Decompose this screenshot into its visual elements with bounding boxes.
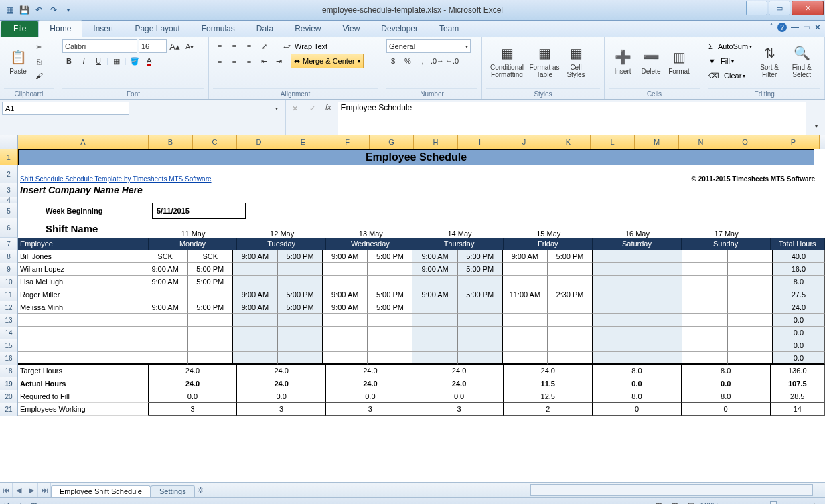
schedule-cell[interactable]: 11:00 AM [503,288,548,301]
schedule-cell[interactable] [593,276,638,288]
schedule-cell[interactable] [638,301,682,314]
schedule-cell[interactable] [368,276,412,288]
find-select-button[interactable]: 🔍Find & Select [787,39,816,83]
schedule-cell[interactable] [548,327,593,339]
schedule-cell[interactable] [368,339,412,352]
comma-format-icon[interactable]: , [416,54,429,68]
schedule-cell[interactable] [548,352,593,365]
schedule-cell[interactable]: 9:00 AM [143,276,188,288]
column-header[interactable]: B [149,135,193,149]
column-header[interactable]: A [18,135,149,149]
schedule-cell[interactable] [682,276,727,288]
schedule-cell[interactable] [368,327,412,339]
schedule-cell[interactable]: 9:00 AM [412,288,457,301]
total-hours-cell[interactable]: 0.0 [773,327,825,339]
day-header-cell[interactable]: Saturday [593,238,682,250]
schedule-cell[interactable] [593,301,638,314]
cut-icon[interactable]: ✂ [32,41,46,54]
schedule-cell[interactable] [188,314,233,327]
total-hours-cell[interactable]: 0.0 [773,339,825,352]
date-header-cell[interactable]: 17 May [682,219,771,238]
summary-total-cell[interactable]: 136.0 [771,365,825,377]
maximize-button[interactable]: ▭ [769,1,790,15]
schedule-cell[interactable] [503,263,548,276]
schedule-cell[interactable] [233,339,278,352]
day-header-cell[interactable]: Tuesday [237,238,326,250]
schedule-cell[interactable]: 5:00 PM [278,288,323,301]
row-header[interactable]: 19 [0,377,18,391]
row-header[interactable]: 2 [0,165,18,183]
schedule-cell[interactable] [728,301,773,314]
schedule-cell[interactable]: 5:00 PM [368,301,412,314]
total-hours-cell[interactable]: 24.0 [773,301,825,314]
namebox-dropdown-icon[interactable]: ▾ [270,102,283,115]
schedule-cell[interactable] [638,250,682,263]
row-header[interactable]: 5 [0,203,18,220]
column-header[interactable]: I [458,135,502,149]
summary-value-cell[interactable]: 0 [593,403,682,416]
employee-name-cell[interactable]: Roger Miller [18,288,143,301]
schedule-cell[interactable] [458,327,503,339]
schedule-cell[interactable] [638,314,682,327]
minimize-button[interactable]: — [746,1,767,15]
schedule-cell[interactable] [638,352,682,365]
font-size-select[interactable]: 16 [139,39,167,53]
schedule-cell[interactable] [458,339,503,352]
schedule-cell[interactable] [638,276,682,288]
schedule-cell[interactable] [548,339,593,352]
summary-total-cell[interactable]: 14 [771,403,825,416]
summary-value-cell[interactable]: 0.0 [149,390,238,403]
close-button[interactable]: ✕ [792,1,824,15]
sheet-nav-first-icon[interactable]: ⏮ [0,483,13,497]
total-hours-cell[interactable]: 16.0 [773,263,825,276]
schedule-cell[interactable] [728,263,773,276]
company-name-cell[interactable]: Insert Company Name Here [18,183,813,197]
select-all-corner[interactable] [0,135,18,149]
schedule-cell[interactable] [233,314,278,327]
ribbon-tab-insert[interactable]: Insert [82,21,124,37]
schedule-cell[interactable]: 9:00 AM [233,250,278,263]
employee-name-cell[interactable]: Lisa McHugh [18,276,143,288]
summary-value-cell[interactable]: 2 [504,403,593,416]
schedule-cell[interactable]: 9:00 AM [412,250,457,263]
help-icon[interactable]: ? [777,23,787,32]
schedule-cell[interactable]: 9:00 AM [233,288,278,301]
week-value-cell[interactable]: 5/11/2015 [152,203,246,219]
workbook-restore-icon[interactable]: ▭ [803,23,810,32]
schedule-cell[interactable] [728,339,773,352]
schedule-cell[interactable] [593,263,638,276]
view-normal-icon[interactable]: ▦ [652,499,666,504]
schedule-cell[interactable] [278,327,323,339]
summary-value-cell[interactable]: 24.0 [326,365,415,377]
summary-value-cell[interactable]: 3 [326,403,415,416]
schedule-cell[interactable] [503,352,548,365]
copy-icon[interactable]: ⎘ [32,55,46,68]
borders-icon[interactable]: ▦ [110,54,123,68]
employee-name-cell[interactable] [18,352,143,365]
summary-label-cell[interactable]: Target Hours [18,365,149,377]
new-sheet-icon[interactable]: ✲ [195,483,207,497]
schedule-cell[interactable] [682,352,727,365]
schedule-cell[interactable]: 5:00 PM [368,250,412,263]
summary-value-cell[interactable]: 0.0 [682,377,771,390]
summary-value-cell[interactable]: 0.0 [415,390,504,403]
ribbon-tab-view[interactable]: View [332,21,371,37]
schedule-cell[interactable] [188,339,233,352]
summary-value-cell[interactable]: 3 [149,403,238,416]
worksheet-grid[interactable]: ABCDEFGHIJKLMNOP 1Employee Schedule2Shif… [0,135,825,482]
summary-label-cell[interactable]: Employees Working [18,403,149,416]
shrink-font-icon[interactable]: A▾ [183,39,196,53]
schedule-cell[interactable]: SCK [188,250,233,263]
schedule-cell[interactable] [188,288,233,301]
total-hours-cell[interactable]: 40.0 [773,250,825,263]
schedule-cell[interactable] [503,339,548,352]
employee-name-cell[interactable]: Bill Jones [18,250,143,263]
total-hours-cell[interactable]: 0.0 [773,352,825,365]
column-header[interactable]: M [635,135,679,149]
file-tab[interactable]: File [1,21,38,37]
cancel-formula-icon[interactable]: ✕ [288,102,301,115]
schedule-cell[interactable]: 5:00 PM [458,263,503,276]
column-header[interactable]: C [193,135,237,149]
ribbon-tab-team[interactable]: Team [429,21,469,37]
date-header-cell[interactable]: 12 May [238,219,327,238]
